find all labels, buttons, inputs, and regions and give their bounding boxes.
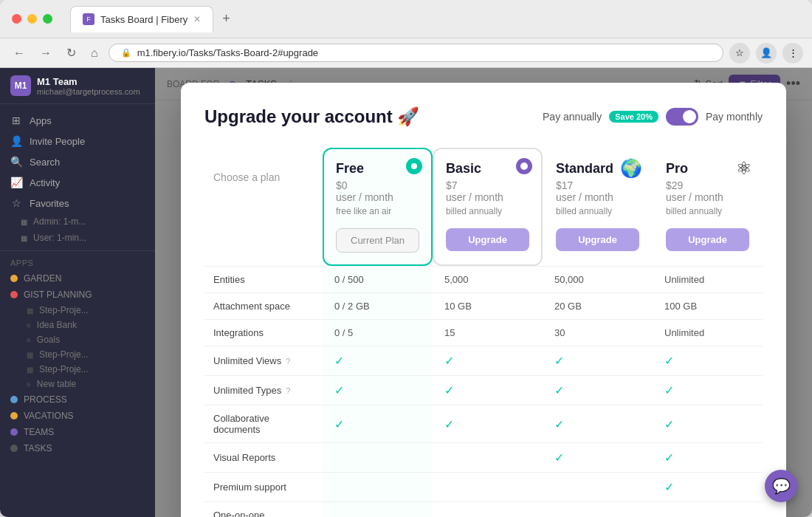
types-standard: ✓ — [543, 376, 653, 405]
sidebar-item-gist[interactable]: GIST PLANNING — [0, 287, 155, 303]
sidebar-item-garden[interactable]: GARDEN — [0, 270, 155, 287]
address-bar[interactable]: 🔒 m1.fibery.io/Tasks/Tasks-Board-2#upgra… — [109, 44, 723, 62]
collab-pro: ✓ — [653, 405, 763, 442]
sidebar-item-activity-label: Activity — [30, 177, 60, 188]
home-button[interactable]: ⌂ — [86, 44, 103, 63]
attachment-standard: 20 GB — [543, 293, 653, 319]
step3-label: Step-Proje... — [39, 364, 89, 374]
tab-close-button[interactable]: ✕ — [193, 14, 201, 24]
sidebar-item-idea[interactable]: ≡ Idea Bank — [0, 318, 155, 332]
standard-price-value: $17 — [556, 179, 639, 191]
sidebar-item-tasks[interactable]: TASKS — [0, 440, 155, 456]
types-help-icon[interactable]: ? — [286, 386, 290, 395]
sidebar-item-newtable[interactable]: ≡ New table — [0, 377, 155, 391]
sidebar-item-invite[interactable]: 👤 Invite People — [0, 131, 155, 151]
pro-per: user / month — [666, 191, 749, 203]
sidebar-item-apps[interactable]: ⊞ Apps — [0, 110, 155, 131]
reports-basic — [433, 443, 543, 472]
sidebar-item-search[interactable]: 🔍 Search — [0, 151, 155, 172]
pro-upgrade-button[interactable]: Upgrade — [666, 228, 749, 251]
standard-tagline: billed annually — [556, 206, 639, 216]
choose-label: Choose a plan — [213, 157, 314, 183]
upgrade-modal: Upgrade your account 🚀 Pay annually Save… — [181, 83, 786, 517]
user-label: User: 1-min... — [33, 233, 86, 243]
sidebar-item-activity[interactable]: 📈 Activity — [0, 172, 155, 193]
basic-radio[interactable] — [516, 158, 532, 174]
free-per: user / month — [336, 191, 419, 203]
onboarding-label: One-on-one onboarding — [204, 502, 323, 517]
chat-icon: 💬 — [772, 477, 791, 495]
sidebar-item-step3[interactable]: ▦ Step-Proje... — [0, 362, 155, 377]
sidebar-item-process[interactable]: PROCESS — [0, 391, 155, 408]
minimize-button[interactable] — [27, 14, 37, 24]
onboarding-pro-check: ✓ — [664, 514, 674, 518]
new-tab-button[interactable]: + — [216, 8, 236, 30]
views-pro-check: ✓ — [664, 354, 674, 368]
views-basic-check: ✓ — [444, 354, 454, 368]
feature-row-onboarding: One-on-one onboarding ✓ — [204, 501, 763, 517]
sidebar-item-teams[interactable]: TEAMS — [0, 424, 155, 440]
standard-upgrade-button[interactable]: Upgrade — [556, 228, 639, 251]
reports-pro-check: ✓ — [664, 451, 674, 465]
sidebar-item-user[interactable]: ▦ User: 1-min... — [0, 230, 155, 246]
sidebar-item-goals[interactable]: ≡ Goals — [0, 332, 155, 347]
integrations-free: 0 / 5 — [323, 320, 433, 346]
apps-icon: ⊞ — [10, 114, 22, 126]
sidebar-item-favorites[interactable]: ☆ Favorites — [0, 193, 155, 213]
sidebar-item-step1[interactable]: ▦ Step-Proje... — [0, 303, 155, 318]
back-button[interactable]: ← — [9, 44, 30, 63]
menu-button[interactable]: ⋮ — [782, 43, 803, 64]
nav-actions: ☆ 👤 ⋮ — [729, 43, 803, 64]
basic-plan-price: $7 user / month — [446, 179, 529, 203]
sidebar-header: M1 M1 Team michael@targetprocess.com — [0, 68, 155, 104]
lock-icon: 🔒 — [121, 48, 131, 58]
idea-label: Idea Bank — [37, 320, 77, 330]
invite-icon: 👤 — [10, 135, 22, 147]
standard-plan-price: $17 user / month — [556, 179, 639, 203]
sidebar-item-step2[interactable]: ▦ Step-Proje... — [0, 347, 155, 362]
browser-tab[interactable]: F Tasks Board | Fibery ✕ — [70, 6, 213, 32]
admin-icon: ▦ — [21, 218, 27, 226]
chat-bubble[interactable]: 💬 — [765, 470, 797, 502]
collab-basic-check: ✓ — [444, 417, 454, 431]
maximize-button[interactable] — [43, 14, 52, 24]
sidebar-item-admin[interactable]: ▦ Admin: 1-m... — [0, 213, 155, 230]
basic-upgrade-button[interactable]: Upgrade — [446, 228, 529, 251]
save-badge: Save 20% — [609, 111, 658, 123]
forward-button[interactable]: → — [35, 44, 56, 63]
onboarding-pro: ✓ — [653, 502, 763, 517]
integrations-standard: 30 — [543, 320, 653, 346]
refresh-button[interactable]: ↻ — [62, 43, 80, 63]
tab-favicon: F — [83, 13, 94, 25]
vacations-label: VACATIONS — [24, 411, 74, 421]
attachment-free: 0 / 2 GB — [323, 293, 433, 319]
activity-icon: 📈 — [10, 177, 22, 188]
process-dot — [10, 396, 18, 403]
profile-button[interactable]: 👤 — [756, 43, 777, 64]
attachment-pro: 100 GB — [653, 293, 763, 319]
basic-tagline: billed annually — [446, 206, 529, 216]
close-button[interactable] — [12, 14, 21, 24]
collab-free: ✓ — [323, 405, 433, 442]
views-help-icon[interactable]: ? — [286, 357, 290, 366]
billing-toggle-switch[interactable] — [666, 108, 698, 126]
support-pro-check: ✓ — [664, 480, 674, 494]
tab-bar: F Tasks Board | Fibery ✕ + — [70, 6, 800, 32]
free-price-value: $0 — [336, 179, 419, 191]
feature-row-collab: Collaborative documents ✓ ✓ ✓ ✓ — [204, 405, 763, 442]
step1-icon: ▦ — [27, 307, 33, 315]
collab-basic: ✓ — [433, 405, 543, 442]
feature-row-integrations: Integrations 0 / 5 15 30 Unlimited — [204, 319, 763, 346]
newtable-icon: ≡ — [27, 380, 31, 388]
bookmark-button[interactable]: ☆ — [729, 43, 750, 64]
free-radio[interactable] — [406, 158, 422, 174]
modal-overlay[interactable]: Upgrade your account 🚀 Pay annually Save… — [155, 68, 812, 517]
integrations-label: Integrations — [204, 320, 323, 346]
team-avatar: M1 — [10, 75, 31, 96]
step2-label: Step-Proje... — [39, 349, 89, 360]
feature-row-reports: Visual Reports ✓ ✓ — [204, 442, 763, 472]
admin-label: Admin: 1-m... — [33, 216, 86, 227]
types-free-check: ✓ — [334, 383, 344, 397]
pro-atom-icon: ⚛ — [736, 158, 752, 179]
sidebar-item-vacations[interactable]: VACATIONS — [0, 408, 155, 424]
